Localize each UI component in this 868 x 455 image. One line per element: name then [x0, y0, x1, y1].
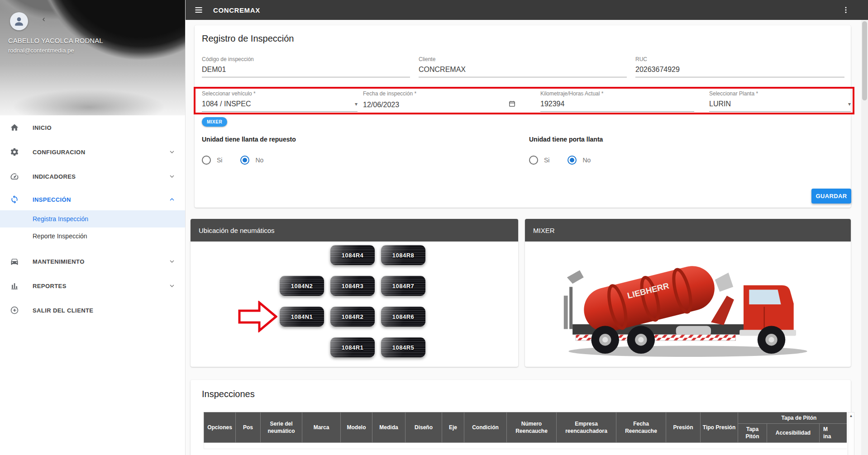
tire-button[interactable]: 1084N1	[280, 307, 324, 327]
column-header: Fecha Reencauche	[616, 412, 666, 443]
calendar-icon[interactable]	[508, 100, 516, 109]
sidebar-item-label: INICIO	[33, 124, 176, 131]
table-row	[204, 442, 847, 449]
tire-button[interactable]: 1084R6	[381, 307, 425, 327]
field-label: Código de inspección	[202, 56, 410, 62]
radio-checked-icon[interactable]	[568, 156, 577, 165]
main-content: Registro de Inspección Código de inspecc…	[186, 20, 868, 455]
sidebar-item-configuracion[interactable]: CONFIGURACION	[0, 140, 185, 164]
radio-option-no[interactable]: No	[240, 156, 263, 165]
radio-option-si[interactable]: Si	[202, 156, 222, 165]
field-value: 192394	[540, 100, 564, 108]
tire-button[interactable]: 1084R7	[381, 276, 425, 296]
sidebar-item-mantenimiento[interactable]: MANTENIMIENTO	[0, 249, 185, 274]
tire-button[interactable]: 1084R5	[381, 337, 425, 357]
vehicle-type-chip: MIXER	[202, 117, 227, 127]
sidebar: CABELLO YACOLCA RODNAL rodnal@contentmed…	[0, 0, 186, 455]
scrollbar-thumb[interactable]	[862, 21, 867, 100]
topbar: CONCREMAX	[186, 0, 868, 20]
hamburger-menu-icon[interactable]	[194, 5, 203, 14]
field-label: Fecha de inspección *	[363, 90, 516, 97]
sidebar-item-reportes[interactable]: REPORTES	[0, 274, 185, 298]
column-header: Opciones	[204, 412, 236, 443]
save-button[interactable]: GUARDAR	[811, 189, 851, 204]
column-header: Tapa Pitón	[738, 424, 767, 442]
sidebar-item-inicio[interactable]: INICIO	[0, 115, 185, 140]
panel-title: Ubicación de neumáticos	[191, 219, 518, 242]
cliente-field[interactable]: Cliente CONCREMAX	[419, 56, 627, 77]
sidebar-item-label: REPORTES	[33, 283, 168, 289]
mixer-truck-image: LIEBHERR	[525, 242, 851, 367]
column-header: Accesibilidad	[767, 424, 820, 442]
radio-unchecked-icon[interactable]	[529, 156, 538, 165]
chevron-down-icon	[168, 258, 176, 265]
field-label: Seleccionar vehículo *	[202, 90, 358, 97]
dropdown-caret-icon: ▾	[355, 101, 358, 107]
column-header: Diseño	[405, 412, 442, 443]
field-value: DEM01	[202, 66, 226, 74]
codigo-inspeccion-field[interactable]: Código de inspección DEM01	[202, 56, 410, 77]
column-header: Número Reencauche	[507, 412, 557, 443]
column-header: Marca	[302, 412, 341, 443]
radio-group-llanta-repuesto: Si No	[202, 156, 275, 165]
column-header: Medida	[372, 412, 405, 443]
question-llanta-repuesto-label: Unidad tiene llanta de repuesto	[202, 136, 296, 143]
sidebar-menu: INICIO CONFIGURACION INDICADORES INSPECC…	[0, 115, 185, 322]
person-icon	[13, 15, 25, 27]
panel-title: MIXER	[525, 219, 851, 242]
logout-icon	[9, 306, 20, 315]
seleccionar-vehiculo-select[interactable]: Seleccionar vehículo * 1084 / INSPEC▾	[202, 90, 358, 112]
gear-icon	[9, 147, 20, 156]
chevron-down-icon	[168, 282, 176, 289]
radio-unchecked-icon[interactable]	[202, 156, 211, 165]
tire-grid: 1084R4 1084R8 1084N2 1084R3 1084R7 1084N…	[280, 245, 425, 357]
seleccionar-planta-select[interactable]: Seleccionar Planta * LURIN▾	[709, 90, 851, 112]
user-name: CABELLO YACOLCA RODNAL	[8, 37, 103, 44]
field-label: RUC	[635, 56, 844, 62]
tire-button[interactable]: 1084R1	[330, 337, 375, 357]
vehicle-image-card: MIXER	[525, 219, 851, 367]
page-title: Registro de Inspección	[202, 33, 294, 44]
sidebar-item-registra-inspeccion[interactable]: Registra Inspección	[0, 210, 185, 228]
section-title: Inspecciones	[202, 389, 255, 399]
column-header: Condición	[464, 412, 507, 443]
page-scrollbar[interactable]	[861, 20, 868, 455]
tire-button[interactable]: 1084R4	[330, 245, 375, 265]
ruc-field[interactable]: RUC 20263674929	[635, 56, 844, 77]
avatar[interactable]	[10, 12, 28, 30]
chevron-down-icon	[168, 173, 176, 180]
field-value: 12/06/2023	[363, 101, 399, 109]
column-header: Eje	[442, 412, 464, 443]
tire-button[interactable]: 1084R8	[381, 245, 425, 265]
radio-option-no[interactable]: No	[568, 156, 591, 165]
sync-icon	[9, 195, 20, 204]
radio-label: Si	[217, 156, 222, 164]
radio-checked-icon[interactable]	[240, 156, 249, 165]
field-value: 20263674929	[635, 66, 680, 74]
tire-button[interactable]: 1084R3	[330, 276, 375, 296]
radio-label: Si	[544, 156, 549, 164]
sidebar-item-reporte-inspeccion[interactable]: Reporte Inspección	[0, 228, 185, 245]
radio-option-si[interactable]: Si	[529, 156, 549, 165]
tire-diagram: 1084R4 1084R8 1084N2 1084R3 1084R7 1084N…	[191, 242, 518, 367]
chevron-down-icon	[168, 148, 176, 156]
scroll-up-arrow-icon[interactable]: ▲	[849, 414, 853, 418]
field-value: 1084 / INSPEC	[202, 100, 251, 108]
menu-spacer	[0, 245, 185, 249]
sidebar-item-inspeccion[interactable]: INSPECCIÓN	[0, 189, 185, 210]
kebab-menu-icon[interactable]	[842, 6, 850, 14]
collapse-sidebar-chevron-icon[interactable]	[41, 16, 47, 24]
sidebar-item-salir-del-cliente[interactable]: SALIR DEL CLIENTE	[0, 298, 185, 322]
column-header: Serie del neumático	[261, 412, 302, 443]
column-header: Presión	[666, 412, 701, 443]
column-header: Pos	[236, 412, 261, 443]
sidebar-item-indicadores[interactable]: INDICADORES	[0, 164, 185, 189]
sidebar-item-label: SALIR DEL CLIENTE	[33, 307, 176, 314]
tire-button[interactable]: 1084N2	[280, 276, 324, 296]
fecha-inspeccion-field[interactable]: Fecha de inspección * 12/06/2023	[363, 90, 516, 113]
chevron-up-icon	[168, 196, 176, 203]
tire-button[interactable]: 1084R2	[330, 307, 375, 327]
kilometraje-field[interactable]: Kilometraje/Horas Actual * 192394	[540, 90, 694, 112]
table-scrollbar[interactable]: ▲	[848, 412, 854, 455]
car-icon	[9, 257, 20, 266]
